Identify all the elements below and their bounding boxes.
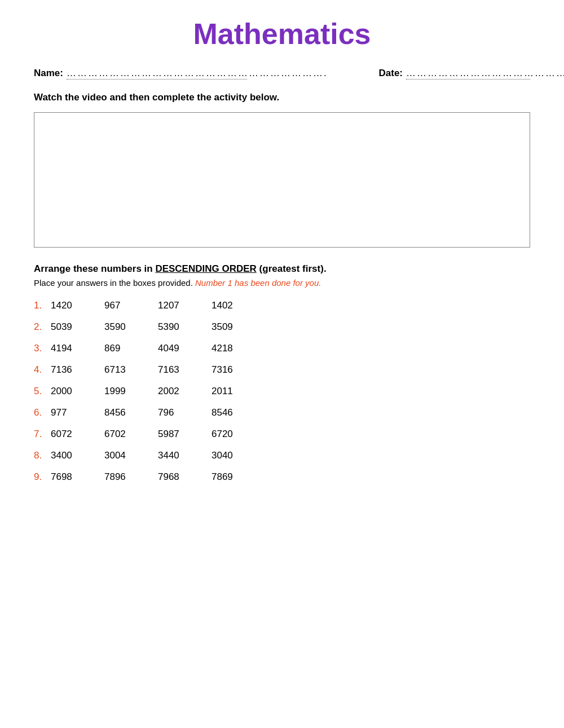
question-number-6: 6. <box>34 407 51 418</box>
question-6-value-2: 8456 <box>104 407 135 418</box>
question-5-value-1: 2000 <box>51 386 82 397</box>
question-7-value-4: 6720 <box>211 429 243 440</box>
question-values-8: 3400300434403040 <box>51 450 243 461</box>
sub-instruction: Place your answers in the boxes provided… <box>34 278 530 288</box>
question-number-8: 8. <box>34 450 51 461</box>
question-3-value-1: 4194 <box>51 343 82 354</box>
questions-container: 1.1420967120714022.50393590539035093.419… <box>34 300 530 483</box>
question-9-value-3: 7968 <box>158 471 189 483</box>
name-field: Name: ………………………………………………………………. <box>34 68 247 80</box>
question-4-value-4: 7316 <box>211 364 243 376</box>
question-values-1: 142096712071402 <box>51 300 243 311</box>
sub-instruction-normal: Place your answers in the boxes provided… <box>34 278 195 288</box>
arrange-underline: DESCENDING ORDER <box>155 263 256 274</box>
question-2-value-2: 3590 <box>104 321 135 333</box>
question-values-2: 5039359053903509 <box>51 321 243 333</box>
question-5-value-4: 2011 <box>211 386 243 397</box>
question-number-7: 7. <box>34 429 51 440</box>
question-4-value-1: 7136 <box>51 364 82 376</box>
arrange-instruction: Arrange these numbers in DESCENDING ORDE… <box>34 263 530 275</box>
question-1-value-2: 967 <box>104 300 135 311</box>
question-4-value-2: 6713 <box>104 364 135 376</box>
sub-instruction-highlight: Number 1 has been done for you. <box>195 278 321 288</box>
video-box <box>34 112 530 248</box>
question-values-9: 7698789679687869 <box>51 471 243 483</box>
question-row-4: 4.7136671371637316 <box>34 364 530 376</box>
question-7-value-2: 6702 <box>104 429 135 440</box>
question-3-value-4: 4218 <box>211 343 243 354</box>
question-row-7: 7.6072670259876720 <box>34 429 530 440</box>
date-field: Date: ……………………………………………… <box>378 68 530 80</box>
question-7-value-3: 5987 <box>158 429 189 440</box>
question-2-value-4: 3509 <box>211 321 243 333</box>
question-number-9: 9. <box>34 471 51 483</box>
question-6-value-3: 796 <box>158 407 189 418</box>
question-5-value-3: 2002 <box>158 386 189 397</box>
question-3-value-3: 4049 <box>158 343 189 354</box>
question-row-6: 6.97784567968546 <box>34 407 530 418</box>
question-values-6: 97784567968546 <box>51 407 243 418</box>
name-label: Name: <box>34 68 63 79</box>
question-6-value-1: 977 <box>51 407 82 418</box>
question-values-7: 6072670259876720 <box>51 429 243 440</box>
page-title: Mathematics <box>34 17 530 51</box>
question-values-4: 7136671371637316 <box>51 364 243 376</box>
date-label: Date: <box>378 68 403 79</box>
question-number-3: 3. <box>34 343 51 354</box>
question-9-value-2: 7896 <box>104 471 135 483</box>
question-row-1: 1.142096712071402 <box>34 300 530 311</box>
question-6-value-4: 8546 <box>211 407 243 418</box>
question-7-value-1: 6072 <box>51 429 82 440</box>
question-number-1: 1. <box>34 300 51 311</box>
question-number-2: 2. <box>34 321 51 333</box>
question-9-value-4: 7869 <box>211 471 243 483</box>
question-1-value-4: 1402 <box>211 300 243 311</box>
question-row-8: 8.3400300434403040 <box>34 450 530 461</box>
question-8-value-1: 3400 <box>51 450 82 461</box>
question-number-5: 5. <box>34 386 51 397</box>
question-values-3: 419486940494218 <box>51 343 243 354</box>
question-row-2: 2.5039359053903509 <box>34 321 530 333</box>
question-row-5: 5.2000199920022011 <box>34 386 530 397</box>
arrange-prefix: Arrange these numbers in <box>34 263 155 274</box>
arrange-suffix: (greatest first). <box>257 263 327 274</box>
question-9-value-1: 7698 <box>51 471 82 483</box>
name-dots: ………………………………………………………………. <box>67 68 247 80</box>
question-2-value-1: 5039 <box>51 321 82 333</box>
question-row-9: 9.7698789679687869 <box>34 471 530 483</box>
question-1-value-3: 1207 <box>158 300 189 311</box>
question-4-value-3: 7163 <box>158 364 189 376</box>
date-dots: ……………………………………………… <box>406 68 530 80</box>
question-row-3: 3.419486940494218 <box>34 343 530 354</box>
question-8-value-3: 3440 <box>158 450 189 461</box>
question-5-value-2: 1999 <box>104 386 135 397</box>
question-8-value-4: 3040 <box>211 450 243 461</box>
name-date-row: Name: ………………………………………………………………. Date: ……… <box>34 68 530 80</box>
question-number-4: 4. <box>34 364 51 376</box>
question-3-value-2: 869 <box>104 343 135 354</box>
question-values-5: 2000199920022011 <box>51 386 243 397</box>
video-instruction: Watch the video and then complete the ac… <box>34 92 530 103</box>
question-2-value-3: 5390 <box>158 321 189 333</box>
question-8-value-2: 3004 <box>104 450 135 461</box>
question-1-value-1: 1420 <box>51 300 82 311</box>
